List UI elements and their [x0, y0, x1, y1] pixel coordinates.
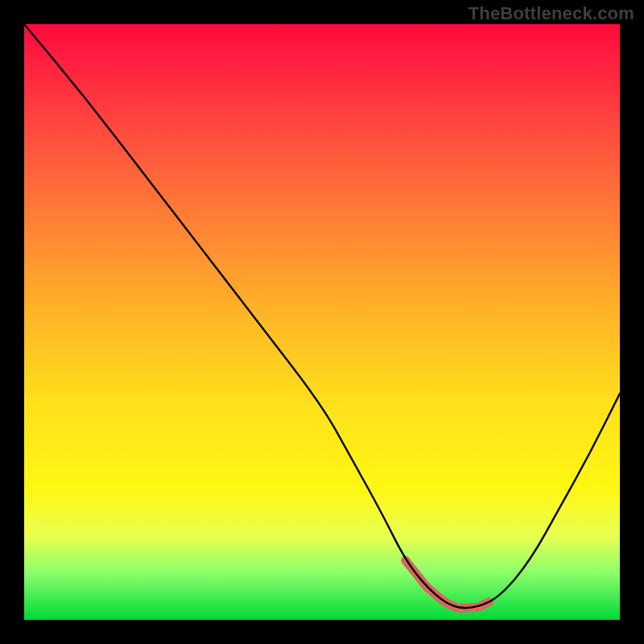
performance-curve — [24, 24, 620, 608]
highlight-segment — [406, 560, 489, 608]
chart-root: TheBottleneck.com — [0, 0, 644, 644]
plot-area — [24, 24, 620, 620]
curve-svg — [24, 24, 620, 620]
watermark-text: TheBottleneck.com — [469, 3, 634, 24]
